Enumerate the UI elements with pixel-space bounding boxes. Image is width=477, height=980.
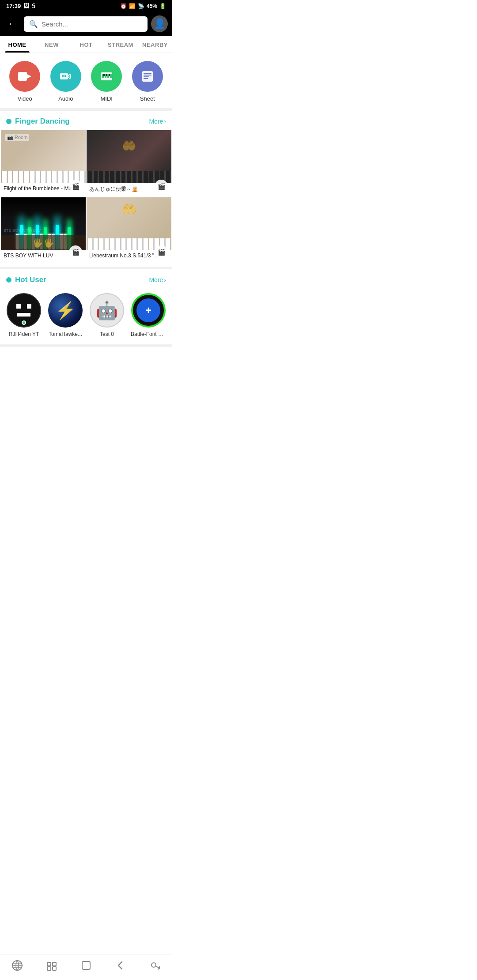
svg-rect-10: [103, 74, 105, 76]
audio-category-icon: [50, 61, 81, 92]
search-icon: 🔍: [29, 20, 38, 28]
search-input[interactable]: [42, 20, 142, 28]
finger-dancing-section: Finger Dancing More › 📷 Room 🎬 Fligh: [0, 111, 172, 269]
hot-user-header: Hot User More ›: [0, 269, 172, 289]
battle-inner: +: [136, 298, 160, 322]
thumb-3: 🖐 🖐 BTS BOY WITH LUV: [1, 197, 86, 250]
online-dot-1: [22, 320, 26, 325]
wifi-icon: 📶: [129, 3, 136, 9]
svg-rect-4: [64, 75, 66, 77]
user-avatar-3: 🤖: [90, 293, 124, 328]
video-label: Video: [18, 95, 32, 102]
user-name-1: RJH4den YT: [9, 331, 39, 337]
avatar-icon: 👤: [154, 18, 166, 30]
user-item-4[interactable]: + Battle-Font G...: [131, 293, 166, 337]
signal-icon: 📡: [138, 3, 144, 9]
user-avatar-4: +: [131, 293, 166, 328]
tab-hot[interactable]: HOT: [69, 36, 103, 53]
header: ← 🔍 👤: [0, 12, 172, 36]
tab-new[interactable]: NEW: [34, 36, 69, 53]
sheet-category-icon: [132, 61, 163, 92]
user-name-4: Battle-Font G...: [131, 331, 166, 337]
thumb-4: 🤲: [87, 197, 171, 250]
svg-rect-12: [109, 74, 110, 76]
svg-rect-9: [110, 74, 112, 78]
svg-rect-17: [144, 78, 148, 79]
user-item-2[interactable]: ⚡ TomaHawke...: [48, 293, 83, 337]
hot-user-title-wrap: Hot User: [6, 275, 46, 284]
svg-rect-14: [144, 73, 151, 74]
hot-user-title: Hot User: [15, 275, 46, 284]
video-card-1[interactable]: 📷 Room 🎬 Flight of the Bumblebee - Mic..…: [1, 130, 86, 196]
svg-marker-1: [27, 74, 31, 79]
finger-dancing-header: Finger Dancing More ›: [0, 111, 172, 130]
finger-dancing-more[interactable]: More ›: [149, 118, 166, 125]
alarm-icon: ⏰: [120, 3, 127, 9]
video-play-icon-4: 🎬: [155, 245, 168, 259]
chevron-right-icon-2: ›: [164, 276, 166, 283]
svg-rect-3: [62, 75, 64, 77]
category-audio[interactable]: Audio: [50, 61, 81, 102]
tab-bar: HOME NEW HOT STREAM NEARBY: [0, 36, 172, 53]
chevron-right-icon: ›: [164, 118, 166, 125]
svg-rect-0: [18, 72, 27, 81]
battery-icon: 🔋: [159, 3, 166, 9]
user-name-3: Test 0: [100, 331, 114, 337]
midi-label: MIDI: [101, 95, 113, 102]
user-name-2: TomaHawke...: [49, 331, 82, 337]
hot-user-section: Hot User More › RJH4den YT: [0, 269, 172, 347]
svg-rect-15: [144, 75, 151, 75]
status-time: 17:39: [6, 3, 21, 9]
user-avatar-1: [7, 293, 41, 328]
finger-dancing-title: Finger Dancing: [15, 117, 70, 126]
svg-rect-2: [60, 73, 68, 79]
user-avatar-2: ⚡: [48, 293, 83, 328]
section-dot: [6, 119, 11, 124]
category-sheet[interactable]: Sheet: [132, 61, 163, 102]
status-right: ⏰ 📶 📡 45% 🔋: [120, 3, 166, 9]
tab-nearby[interactable]: NEARBY: [138, 36, 172, 53]
video-play-icon: 🎬: [69, 180, 82, 193]
user-item-1[interactable]: RJH4den YT: [6, 293, 42, 337]
tab-home[interactable]: HOME: [0, 36, 34, 53]
status-left: 17:39 🖼 𝕊: [6, 3, 35, 9]
user-item-3[interactable]: 🤖 Test 0: [89, 293, 125, 337]
svg-rect-16: [144, 76, 149, 77]
video-play-icon-2: 🎬: [155, 180, 168, 193]
video-card-3[interactable]: 🖐 🖐 BTS BOY WITH LUV 🎬 BTS BOY WITH LUV: [1, 197, 86, 262]
svg-rect-11: [106, 74, 107, 76]
hot-user-more[interactable]: More ›: [149, 276, 166, 283]
video-category-icon: [9, 61, 40, 92]
back-button[interactable]: ←: [4, 18, 20, 30]
sheet-label: Sheet: [140, 95, 155, 102]
shazam-icon: 𝕊: [32, 3, 35, 9]
video-play-icon-3: 🎬: [69, 245, 82, 259]
profile-avatar[interactable]: 👤: [151, 15, 168, 32]
battery-label: 45%: [147, 3, 157, 9]
status-bar: 17:39 🖼 𝕊 ⏰ 📶 📡 45% 🔋: [0, 0, 172, 12]
midi-category-icon: [91, 61, 122, 92]
video-grid: 📷 Room 🎬 Flight of the Bumblebee - Mic..…: [0, 130, 172, 262]
tab-stream[interactable]: STREAM: [103, 36, 138, 53]
hot-user-dot: [6, 277, 11, 283]
thumb-1: 📷 Room: [1, 130, 86, 183]
audio-label: Audio: [58, 95, 73, 102]
category-video[interactable]: Video: [9, 61, 40, 102]
thumb-2: 🤲: [87, 130, 171, 183]
video-card-4[interactable]: 🤲 🎬 Liebestraum No.3 S.541/3 "...: [87, 197, 171, 262]
photo-icon: 🖼: [23, 3, 29, 9]
title-wrap: Finger Dancing: [6, 117, 70, 126]
video-card-2[interactable]: 🤲 🎬 あんじゅに便乗～🧝: [87, 130, 171, 196]
users-row: RJH4den YT ⚡ TomaHawke... 🤖 Test 0 + B: [0, 289, 172, 340]
categories: Video Audio MID: [0, 53, 172, 111]
category-midi[interactable]: MIDI: [91, 61, 122, 102]
search-bar[interactable]: 🔍: [24, 16, 148, 32]
